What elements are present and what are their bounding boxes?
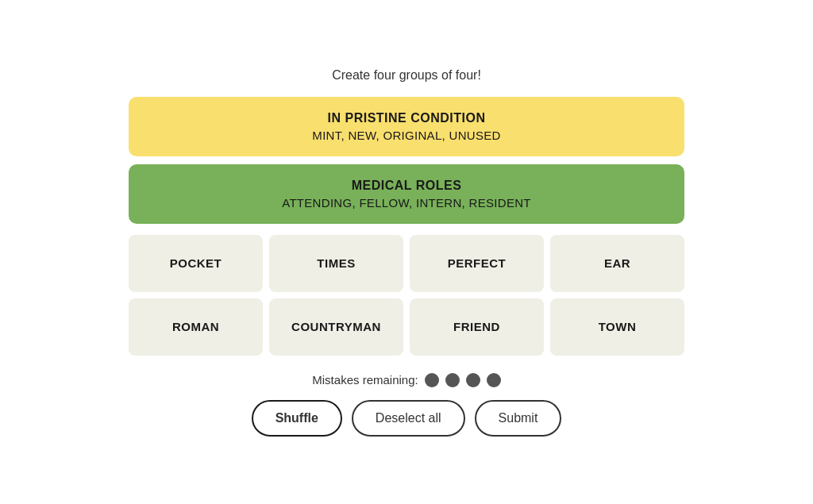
mistakes-row: Mistakes remaining: [312,373,500,387]
word-card-friend[interactable]: FRIEND [410,298,544,356]
solved-group-yellow-words: MINT, NEW, ORIGINAL, UNUSED [144,129,669,142]
buttons-row: Shuffle Deselect all Submit [252,400,562,437]
solved-group-green-title: MEDICAL ROLES [144,179,669,193]
deselect-all-button[interactable]: Deselect all [352,400,465,437]
mistake-dot-4 [487,373,501,387]
mistake-dot-1 [425,373,439,387]
game-container: Create four groups of four! IN PRISTINE … [129,68,684,437]
mistake-dot-3 [466,373,480,387]
mistakes-label: Mistakes remaining: [312,373,418,387]
solved-group-yellow: IN PRISTINE CONDITION MINT, NEW, ORIGINA… [129,97,684,156]
solved-group-green: MEDICAL ROLES ATTENDING, FELLOW, INTERN,… [129,164,684,224]
subtitle: Create four groups of four! [332,68,481,83]
word-card-town[interactable]: TOWN [550,298,684,356]
word-card-pocket[interactable]: POCKET [129,235,263,292]
word-card-ear[interactable]: EAR [550,235,684,292]
word-card-roman[interactable]: ROMAN [129,298,263,356]
word-card-times[interactable]: TIMES [269,235,403,292]
word-card-countryman[interactable]: COUNTRYMAN [269,298,403,356]
solved-group-yellow-title: IN PRISTINE CONDITION [144,111,669,125]
mistake-dot-2 [445,373,460,387]
solved-group-green-words: ATTENDING, FELLOW, INTERN, RESIDENT [144,196,669,210]
submit-button[interactable]: Submit [475,400,562,437]
word-grid: POCKETTIMESPERFECTEARROMANCOUNTRYMANFRIE… [129,235,684,356]
word-card-perfect[interactable]: PERFECT [410,235,544,292]
shuffle-button[interactable]: Shuffle [252,400,342,437]
